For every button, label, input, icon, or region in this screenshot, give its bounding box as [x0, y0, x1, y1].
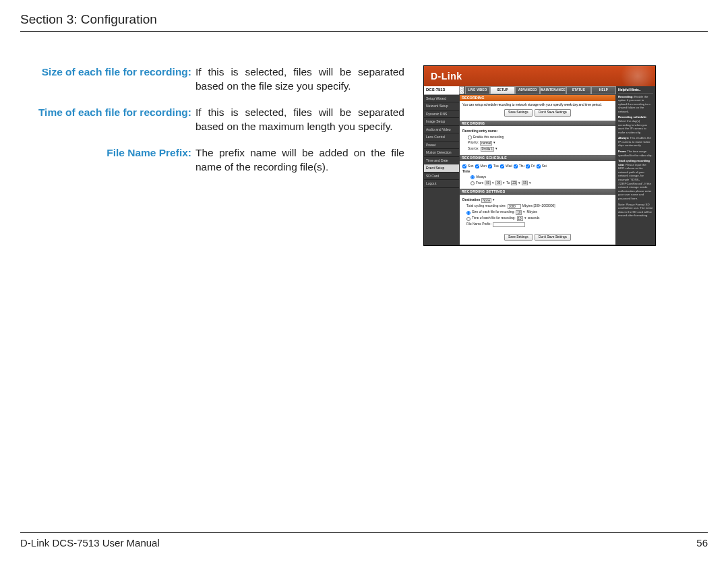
- size-per-file-select[interactable]: 10: [516, 210, 522, 215]
- sidebar-item[interactable]: Audio and Video: [424, 126, 459, 134]
- brand-orb: [611, 66, 655, 86]
- to-hour-select[interactable]: 23: [511, 181, 517, 185]
- time-always-radio[interactable]: [471, 175, 475, 179]
- day-checkbox[interactable]: [500, 164, 504, 168]
- sidebar: DCS-7513 Setup Wizard Network Setup Dyna…: [424, 86, 459, 245]
- source-label: Source:: [468, 147, 479, 151]
- dont-save-button[interactable]: Don't Save Settings: [535, 109, 571, 116]
- chevron-down-icon: ▾: [503, 181, 505, 185]
- help-panel: Helpful Hints.. Recording: Enable the op…: [616, 86, 655, 245]
- chevron-down-icon: ▾: [492, 181, 494, 185]
- prefix-input[interactable]: [493, 222, 525, 227]
- page-intro: You can setup schedule recording to netw…: [462, 103, 613, 107]
- cycle-size-input[interactable]: [508, 204, 521, 209]
- always-label: Always: [476, 175, 486, 179]
- tab-setup[interactable]: SETUP: [490, 86, 515, 94]
- day-label: Tue: [493, 164, 499, 168]
- chevron-down-icon: ▾: [529, 181, 531, 185]
- from-hour-select[interactable]: 00: [485, 181, 491, 185]
- chevron-down-icon: ▾: [495, 147, 497, 151]
- time-per-file-select[interactable]: 10: [517, 216, 523, 221]
- day-checkbox[interactable]: [537, 164, 541, 168]
- def-desc: If this is selected, files will be separ…: [195, 106, 404, 134]
- from-label: From: [476, 181, 483, 185]
- day-label: Thu: [519, 164, 524, 168]
- priority-select[interactable]: normal: [480, 141, 492, 146]
- help-text: Please input the HDD volume or the netwo…: [618, 163, 651, 200]
- chevron-down-icon: ▾: [524, 216, 526, 220]
- cycle-size-units: Mbytes [200~2000000]: [522, 204, 555, 208]
- tab-slash-icon: [459, 86, 464, 94]
- def-label: File Name Prefix:: [20, 146, 195, 175]
- sidebar-item[interactable]: Lens Control: [424, 133, 459, 142]
- def-label: Time of each file for recording:: [20, 106, 195, 134]
- dont-save-button[interactable]: Don't Save Settings: [535, 234, 571, 241]
- model-label: DCS-7513: [424, 86, 459, 95]
- sidebar-item[interactable]: Time and Date: [424, 157, 459, 165]
- to-label: To: [506, 181, 510, 185]
- save-button[interactable]: Save Settings: [504, 234, 533, 241]
- panel-title-schedule: RECORDING SCHEDULE: [460, 155, 615, 161]
- help-title: Helpful Hints..: [618, 88, 653, 94]
- def-desc: The prefix name will be added on the fil…: [195, 146, 404, 175]
- tab-help[interactable]: HELP: [591, 86, 616, 94]
- time-per-file-label: Time of each file for recording:: [472, 216, 516, 220]
- size-radio[interactable]: [466, 211, 471, 215]
- sidebar-item[interactable]: Setup Wizard: [424, 95, 459, 103]
- sidebar-item[interactable]: Network Setup: [424, 102, 459, 111]
- help-bold: From:: [618, 150, 626, 153]
- sidebar-item[interactable]: Motion Detection: [424, 149, 459, 157]
- tab-status[interactable]: STATUS: [566, 86, 591, 94]
- chevron-down-icon: ▾: [493, 198, 495, 202]
- sidebar-item[interactable]: Preset: [424, 142, 459, 150]
- save-button[interactable]: Save Settings: [504, 109, 533, 116]
- day-checkbox[interactable]: [514, 164, 518, 168]
- sidebar-item[interactable]: Dynamic DNS: [424, 111, 459, 119]
- definition-list: Size of each file for recording: If this…: [20, 65, 404, 187]
- day-checkbox[interactable]: [526, 164, 530, 168]
- sidebar-item[interactable]: Image Setup: [424, 118, 459, 126]
- time-radio[interactable]: [466, 217, 471, 221]
- brand-logo: D-Link: [431, 71, 462, 82]
- to-min-select[interactable]: 59: [522, 181, 528, 185]
- chevron-down-icon: ▾: [518, 181, 520, 185]
- tab-live-video[interactable]: LIVE VIDEO: [465, 86, 490, 94]
- tab-maintenance[interactable]: MAINTENANCE: [540, 86, 566, 94]
- def-desc: If this is selected, files will be separ…: [195, 65, 404, 94]
- source-select[interactable]: Profile 1: [481, 147, 495, 152]
- day-checkbox[interactable]: [488, 164, 492, 168]
- destination-label: Destination: [462, 198, 480, 202]
- help-bold: Recording schedule:: [618, 115, 647, 119]
- time-from-radio[interactable]: [471, 181, 475, 185]
- tab-advanced[interactable]: ADVANCED: [515, 86, 540, 94]
- destination-select[interactable]: None: [481, 198, 491, 203]
- time-units: seconds: [528, 216, 540, 220]
- chevron-down-icon: ▾: [523, 210, 525, 214]
- brand-bar: D-Link: [424, 66, 655, 86]
- panel-title-recording: RECORDING: [460, 121, 615, 127]
- def-label: Size of each file for recording:: [20, 65, 195, 94]
- sidebar-item[interactable]: Logout: [424, 180, 459, 188]
- sidebar-item-current[interactable]: Event Setup: [424, 164, 459, 173]
- day-label: Sat: [542, 164, 547, 168]
- from-min-select[interactable]: 00: [495, 181, 502, 185]
- priority-label: Priority:: [468, 141, 479, 145]
- sidebar-item[interactable]: SD Card: [424, 173, 459, 181]
- day-checkbox[interactable]: [462, 164, 466, 168]
- day-checkbox[interactable]: [475, 164, 479, 168]
- chevron-down-icon: ▾: [493, 141, 495, 145]
- enable-recording-label: Enable this recording: [473, 135, 504, 139]
- footer-page-number: 56: [696, 537, 708, 549]
- embedded-screenshot: D-Link DCS-7513 Setup Wizard Network Set…: [423, 65, 656, 246]
- day-label: Mon: [481, 164, 487, 168]
- help-note: Note: Please Format SD card before use. …: [618, 203, 653, 218]
- cycle-size-label: Total cycling recording size:: [466, 204, 506, 208]
- size-per-file-label: Size of each file for recording:: [472, 210, 514, 214]
- size-units: Mbytes: [526, 210, 537, 214]
- day-label: Fri: [531, 164, 535, 168]
- day-label: Wed: [506, 164, 512, 168]
- enable-recording-checkbox[interactable]: [468, 135, 472, 139]
- section-title: Section 3: Configuration: [20, 12, 708, 32]
- time-label: Time: [462, 170, 470, 174]
- main-column: LIVE VIDEO SETUP ADVANCED MAINTENANCE ST…: [459, 86, 616, 245]
